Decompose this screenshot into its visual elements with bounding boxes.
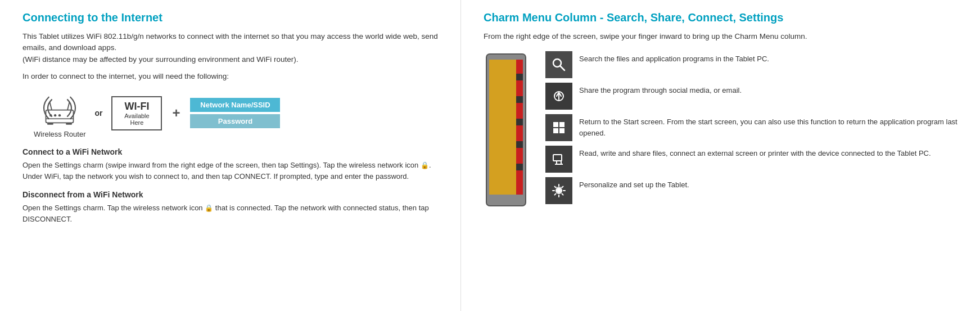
charm-items-list: Search the files and application program… (545, 51, 963, 210)
svg-line-18 (561, 66, 565, 71)
tablet-image-area (484, 51, 534, 210)
svg-rect-8 (66, 123, 73, 125)
svg-rect-15 (516, 141, 523, 148)
router-label: Wireless Router (34, 130, 85, 138)
charm-intro: From the right edge of the screen, swipe… (484, 31, 963, 42)
right-title: Charm Menu Column - Search, Share, Conne… (484, 11, 963, 24)
devices-item-text: Read, write and share files, connect an … (579, 146, 931, 159)
connect-title: Connect to a WiFi Network (22, 147, 444, 156)
settings-icon-box (545, 177, 572, 204)
svg-line-1 (50, 102, 52, 110)
start-item-text: Return to the Start screen. From the sta… (579, 114, 963, 138)
charm-item-search: Search the files and application program… (545, 51, 963, 78)
right-column: Charm Menu Column - Search, Share, Conne… (461, 0, 980, 311)
wifi-subtitle1: Available (118, 112, 155, 119)
share-item-text: Share the program through social media, … (579, 83, 742, 96)
svg-rect-22 (553, 128, 558, 133)
devices-icon-box (545, 146, 572, 173)
svg-point-3 (49, 114, 52, 116)
svg-rect-13 (516, 96, 523, 103)
need-text: In order to connect to the internet, you… (22, 72, 444, 80)
charm-item-start: Return to the Start screen. From the sta… (545, 114, 963, 141)
svg-point-5 (58, 114, 61, 116)
svg-rect-20 (553, 122, 558, 127)
wifi-diagram: Wireless Router or WI-FI Available Here … (34, 88, 444, 138)
share-icon-box (545, 83, 572, 110)
intro-text: This Tablet utilizes WiFi 802.11b/g/n ne… (22, 31, 444, 65)
search-item-text: Search the files and application program… (579, 51, 769, 65)
svg-rect-24 (553, 155, 562, 161)
left-title: Connecting to the Internet (22, 11, 444, 24)
charm-item-devices: Read, write and share files, connect an … (545, 146, 963, 173)
disconnect-body: Open the Settings charm. Tap the wireles… (22, 202, 444, 225)
or-text: or (94, 109, 102, 118)
charm-item-share: Share the program through social media, … (545, 83, 963, 110)
router-svg (34, 88, 85, 128)
router-area: Wireless Router (34, 88, 85, 138)
start-icon-box (545, 114, 572, 141)
svg-rect-14 (516, 119, 523, 125)
svg-point-4 (54, 114, 56, 116)
search-icon-box (545, 51, 572, 78)
plus-sign: + (172, 105, 180, 121)
charm-item-settings: Personalize and set up the Tablet. (545, 177, 963, 204)
wifi-available-box: WI-FI Available Here (111, 96, 162, 130)
network-name-box: Network Name/SSID (190, 98, 280, 112)
svg-rect-7 (47, 123, 53, 125)
svg-rect-21 (559, 122, 564, 127)
wifi-title: WI-FI (118, 101, 155, 112)
svg-line-2 (67, 102, 70, 110)
left-column: Connecting to the Internet This Tablet u… (0, 0, 461, 311)
disconnect-title: Disconnect from a WiFi Network (22, 190, 444, 199)
settings-item-text: Personalize and set up the Tablet. (579, 177, 689, 191)
svg-rect-12 (516, 74, 523, 80)
connect-body: Open the Settings charm (swipe inward fr… (22, 160, 444, 182)
svg-rect-16 (516, 164, 523, 170)
wifi-subtitle2: Here (118, 119, 155, 126)
password-box: Password (190, 114, 280, 128)
network-info: Network Name/SSID Password (190, 98, 280, 128)
svg-rect-23 (559, 128, 564, 133)
tablet-svg (484, 51, 531, 209)
charm-content: Search the files and application program… (484, 51, 963, 210)
